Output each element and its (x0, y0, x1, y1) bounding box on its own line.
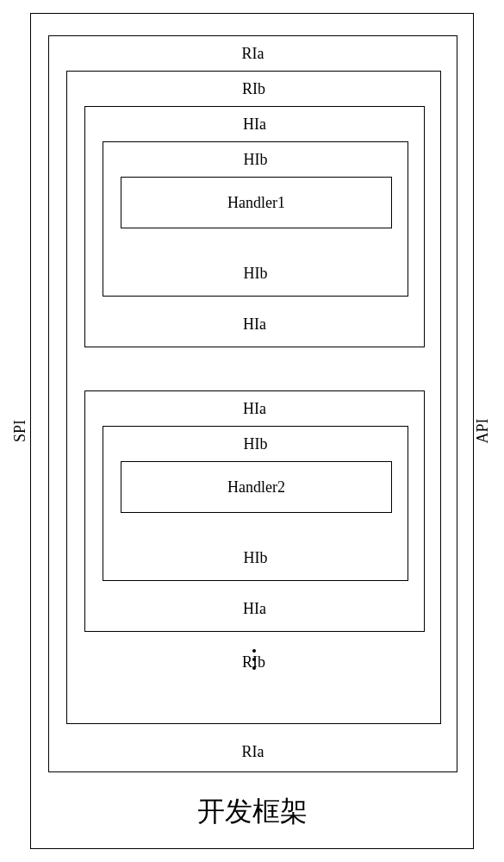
hib-bottom-label-2: HIb (103, 549, 408, 567)
diagram-caption: 开发框架 (31, 793, 473, 831)
handler1-box: Handler1 (121, 177, 392, 228)
hib-top-label-2: HIb (103, 435, 408, 453)
rib-bottom-label: RIb (67, 653, 440, 671)
ria-layer: RIa RIb HIa HIb Handler1 HIb HIa (48, 35, 457, 772)
hib-layer-1: HIb Handler1 HIb (103, 141, 408, 297)
hia-layer-2: HIa HIb Handler2 HIb HIa (84, 390, 425, 632)
outer-frame: RIa RIb HIa HIb Handler1 HIb HIa (30, 13, 474, 849)
hia-top-label-2: HIa (85, 400, 424, 418)
handler2-label: Handler2 (227, 478, 285, 497)
ria-bottom-label: RIa (49, 743, 457, 761)
api-label: API (474, 418, 492, 443)
rib-top-label: RIb (67, 80, 440, 98)
handler2-box: Handler2 (121, 461, 392, 513)
spi-label: SPI (11, 420, 29, 442)
rib-layer: RIb HIa HIb Handler1 HIb HIa (66, 71, 441, 724)
hia-layer-1: HIa HIb Handler1 HIb HIa (84, 106, 425, 347)
hib-bottom-label: HIb (103, 265, 408, 283)
hia-top-label: HIa (85, 116, 424, 134)
hia-bottom-label: HIa (85, 315, 424, 334)
hib-top-label: HIb (103, 151, 408, 169)
hib-layer-2: HIb Handler2 HIb (103, 426, 408, 581)
handler1-label: Handler1 (227, 194, 285, 212)
hia-bottom-label-2: HIa (85, 600, 424, 618)
ria-top-label: RIa (49, 45, 457, 63)
